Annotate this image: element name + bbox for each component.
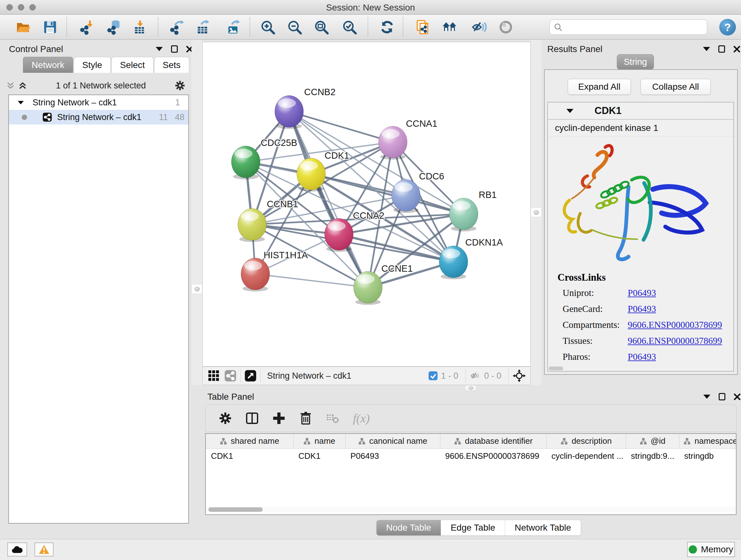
crosslink-link[interactable]: P06493 — [628, 304, 656, 314]
export-image-icon[interactable] — [225, 19, 241, 35]
panel-collapse-icon[interactable] — [156, 47, 163, 51]
network-edge[interactable] — [255, 274, 368, 287]
import-network-file-icon[interactable] — [79, 19, 95, 35]
network-node[interactable]: HIST1H1A — [241, 250, 308, 292]
table-cell[interactable]: cyclin-dependent ... — [546, 449, 626, 463]
import-network-database-icon[interactable] — [106, 19, 122, 35]
import-table-file-icon[interactable] — [131, 19, 147, 35]
right-splitter[interactable] — [531, 40, 542, 385]
collapse-all-icon[interactable] — [6, 81, 15, 90]
export-network-icon[interactable] — [169, 19, 185, 35]
eye-signal-icon[interactable] — [471, 19, 487, 35]
collapse-all-button[interactable]: Collapse All — [641, 79, 711, 95]
documents-share-icon[interactable] — [415, 19, 431, 35]
gear-icon[interactable] — [174, 80, 186, 91]
panel-close-icon[interactable] — [733, 46, 740, 53]
export-table-icon[interactable] — [195, 19, 211, 35]
node-label: CCNA2 — [353, 210, 384, 221]
delete-column-icon[interactable] — [299, 411, 313, 425]
expand-all-button[interactable]: Expand All — [568, 79, 631, 95]
crosslink-link[interactable]: P06493 — [628, 288, 656, 298]
tab-select[interactable]: Select — [111, 57, 153, 73]
control-panel: Control Panel NetworkStyleSelectSets 1 o… — [0, 40, 192, 539]
help-icon[interactable]: ? — [719, 19, 736, 36]
gene-section-header[interactable]: CDK1 — [548, 103, 733, 120]
zoom-selected-icon[interactable] — [341, 19, 357, 35]
table-cell[interactable]: stringdb:9... — [626, 449, 679, 463]
add-column-icon[interactable] — [272, 411, 286, 425]
memory-button[interactable]: Memory — [687, 542, 735, 557]
column-header[interactable]: canonical name — [345, 434, 440, 448]
columns-icon[interactable] — [245, 411, 259, 425]
tab-style[interactable]: Style — [74, 57, 111, 73]
tab-sets[interactable]: Sets — [154, 57, 189, 73]
left-splitter[interactable] — [192, 40, 202, 385]
expand-all-icon[interactable] — [18, 81, 27, 90]
tab-string[interactable]: String — [617, 54, 654, 70]
tab-edge-table[interactable]: Edge Table — [441, 520, 505, 536]
table-cell[interactable]: P06493 — [345, 449, 440, 463]
table-cell[interactable]: 9606.ENSP00000378699 — [440, 449, 546, 463]
zoom-in-icon[interactable] — [260, 19, 276, 35]
save-session-icon[interactable] — [42, 19, 58, 35]
sphere-icon — [498, 19, 514, 35]
network-row[interactable]: String Network – cdk1 11 48 — [9, 110, 188, 125]
network-node[interactable]: CDC25B — [231, 138, 297, 179]
results-hscroll-thumb[interactable] — [549, 367, 563, 370]
refresh-icon[interactable] — [379, 19, 395, 35]
network-node[interactable]: RB1 — [449, 190, 496, 232]
network-canvas[interactable]: CCNB2CCNA1CDC25BCDK1CDC6RB1CCNB1CCNA2CDK… — [202, 42, 531, 367]
tab-network[interactable]: Network — [23, 57, 73, 73]
tab-node-table[interactable]: Node Table — [377, 520, 441, 536]
zoom-fit-icon[interactable] — [313, 19, 329, 35]
node-label: CCNB2 — [304, 87, 335, 97]
panel-close-icon[interactable] — [734, 393, 741, 400]
selected-checkbox-icon[interactable] — [428, 371, 438, 381]
column-header[interactable]: namespace — [679, 434, 737, 448]
table-hscroll-thumb[interactable] — [208, 507, 263, 512]
table-cell[interactable]: CDK1 — [206, 449, 293, 463]
panel-float-icon[interactable] — [171, 45, 178, 53]
grid-view-icon[interactable] — [208, 370, 220, 382]
control-panel-title: Control Panel — [9, 44, 63, 54]
tree-expander-icon[interactable] — [18, 101, 24, 104]
table-cell[interactable]: stringdb — [679, 449, 737, 463]
network-node[interactable]: CCNB1 — [238, 199, 298, 242]
column-header[interactable]: database identifier — [440, 434, 546, 448]
crosshair-icon[interactable] — [513, 369, 526, 382]
section-expander-icon[interactable] — [566, 109, 574, 113]
panel-collapse-icon[interactable] — [703, 395, 711, 399]
search-input[interactable] — [549, 19, 707, 35]
network-collection-row[interactable]: String Network – cdk1 1 — [9, 95, 188, 110]
splitter-handle[interactable] — [534, 210, 539, 215]
network-node[interactable]: CCNA1 — [379, 118, 437, 160]
crosslink-link[interactable]: 9606.ENSP00000378699 — [628, 335, 722, 346]
column-header[interactable]: shared name — [206, 434, 293, 448]
tab-network-table[interactable]: Network Table — [505, 520, 581, 536]
table-cell[interactable]: CDK1 — [293, 449, 345, 463]
crosslink-link[interactable]: P06493 — [628, 352, 656, 362]
warning-button[interactable] — [35, 543, 54, 557]
column-header[interactable]: description — [546, 434, 626, 448]
network-node[interactable]: CDKN1A — [439, 237, 503, 279]
network-edge[interactable] — [289, 111, 393, 142]
table-row[interactable]: CDK1CDK1P064939606.ENSP00000378699cyclin… — [206, 449, 736, 463]
node-table[interactable]: shared namenamecanonical namedatabase id… — [205, 433, 737, 515]
panel-float-icon[interactable] — [719, 393, 725, 400]
open-session-icon[interactable] — [15, 19, 31, 35]
houses-icon[interactable] — [442, 19, 458, 35]
cloud-button[interactable] — [7, 543, 27, 557]
splitter-handle[interactable] — [194, 287, 200, 292]
share-badge-icon[interactable] — [224, 370, 237, 382]
panel-collapse-icon[interactable] — [703, 47, 710, 51]
open-external-icon[interactable] — [245, 370, 257, 382]
network-node[interactable]: CCNE1 — [354, 263, 413, 305]
panel-float-icon[interactable] — [718, 45, 725, 53]
network-edge[interactable] — [289, 111, 368, 287]
column-header[interactable]: @id — [626, 434, 679, 448]
hidden-eye-icon[interactable] — [469, 370, 481, 381]
table-gear-icon[interactable] — [218, 411, 232, 425]
crosslink-link[interactable]: 9606.ENSP00000378699 — [628, 320, 722, 330]
zoom-out-icon[interactable] — [286, 19, 302, 35]
column-header[interactable]: name — [293, 434, 345, 448]
